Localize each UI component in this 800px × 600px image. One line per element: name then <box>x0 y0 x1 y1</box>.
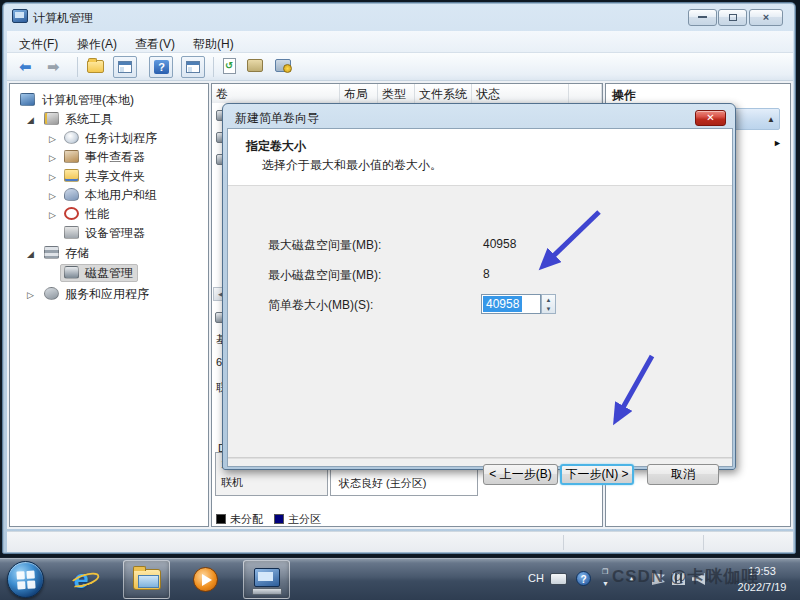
system-tools-icon <box>44 112 59 125</box>
taskbar-internet-explorer-button[interactable]: e <box>62 560 109 599</box>
selected-input-text: 40958 <box>483 296 522 312</box>
spin-up-icon[interactable]: ▲ <box>542 297 555 303</box>
computer-icon <box>20 93 35 106</box>
taskbar-explorer-button[interactable] <box>123 560 170 599</box>
language-indicator[interactable]: CH <box>528 572 544 584</box>
cdrom-status: 联机 <box>221 475 243 490</box>
folder-button[interactable] <box>87 60 104 73</box>
performance-icon <box>64 207 79 220</box>
menu-help[interactable]: 帮助(H) <box>187 34 240 55</box>
button-row-divider <box>228 458 732 459</box>
menu-file[interactable]: 文件(F) <box>13 34 64 55</box>
taskbar-media-player-button[interactable] <box>182 560 229 599</box>
unallocated-color-swatch <box>216 514 226 524</box>
dialog-heading: 指定卷大小 <box>246 138 306 155</box>
action-pane-toggle-button[interactable] <box>181 56 205 78</box>
spin-down-icon[interactable]: ▼ <box>542 306 555 312</box>
min-size-value: 8 <box>483 267 490 281</box>
column-status[interactable]: 状态 <box>472 84 569 103</box>
window-title: 计算机管理 <box>33 10 93 27</box>
collapsed-chevron-icon[interactable]: ▷ <box>49 206 56 224</box>
size-spinner: ▲ ▼ <box>541 294 556 314</box>
back-button[interactable]: < 上一步(B) <box>483 464 558 485</box>
tray-time: 19:53 <box>730 563 794 579</box>
collapsed-chevron-icon[interactable]: ▷ <box>49 187 56 205</box>
back-button[interactable]: ⬅ <box>19 58 32 76</box>
help-tray-icon[interactable]: ? <box>576 571 591 586</box>
collapsed-chevron-icon[interactable]: ▷ <box>27 286 34 304</box>
tray-date: 2022/7/19 <box>730 579 794 595</box>
storage-icon <box>44 246 59 259</box>
actions-pane-title: 操作 <box>612 87 636 104</box>
new-simple-volume-wizard-dialog: 新建简单卷向导 ✕ 指定卷大小 选择介于最大和最小值的卷大小。 最大磁盘空间量(… <box>222 103 736 470</box>
menubar: 文件(F) 操作(A) 查看(V) 帮助(H) <box>7 31 793 53</box>
collapsed-chevron-icon[interactable]: ▷ <box>49 130 56 148</box>
taskbar-computer-management-button[interactable] <box>243 560 290 599</box>
simple-volume-size-label: 简单卷大小(MB)(S): <box>268 297 373 314</box>
collapsed-chevron-icon[interactable]: ▷ <box>49 149 56 167</box>
collapse-icon[interactable]: ▲ <box>767 115 775 124</box>
properties-button[interactable] <box>247 59 263 72</box>
shared-folders-icon <box>64 169 79 182</box>
menu-action[interactable]: 操作(A) <box>71 34 123 55</box>
close-button[interactable]: × <box>749 9 783 26</box>
dialog-close-button[interactable]: ✕ <box>695 110 726 126</box>
volume-icon[interactable] <box>692 573 705 585</box>
toolbar: ⬅ ➡ ? <box>7 53 793 81</box>
column-filesystem[interactable]: 文件系统 <box>415 84 472 103</box>
cancel-button[interactable]: 取消 <box>647 464 719 485</box>
min-size-label: 最小磁盘空间量(MB): <box>268 267 381 284</box>
services-icon <box>44 287 59 300</box>
folder-icon <box>133 569 161 590</box>
titlebar[interactable]: 计算机管理 × <box>3 3 795 31</box>
computer-management-icon <box>12 9 28 23</box>
disk-management-icon <box>64 266 79 279</box>
event-viewer-icon <box>64 150 79 163</box>
device-manager-icon <box>64 226 79 239</box>
chevron-down-icon[interactable]: ▼ <box>602 580 609 587</box>
partition-legend: 未分配 主分区 <box>216 512 321 528</box>
console-tree-toggle-button[interactable] <box>113 56 137 78</box>
snap-in-button[interactable] <box>275 59 291 72</box>
column-blank <box>569 84 602 103</box>
column-volume[interactable]: 卷 <box>212 84 340 103</box>
simple-volume-size-input[interactable]: 40958 <box>481 294 541 314</box>
minimize-button[interactable] <box>688 9 717 26</box>
forward-button[interactable]: ➡ <box>47 58 60 76</box>
column-layout[interactable]: 布局 <box>340 84 378 103</box>
users-icon <box>64 188 79 201</box>
media-player-icon <box>193 567 218 592</box>
column-type[interactable]: 类型 <box>378 84 415 103</box>
collapsed-chevron-icon[interactable]: ▷ <box>49 168 56 186</box>
dialog-title: 新建简单卷向导 <box>235 110 319 127</box>
legend-primary-label: 主分区 <box>288 513 321 525</box>
mini-window-icon[interactable]: ❐ <box>602 568 608 576</box>
refresh-button[interactable] <box>223 58 236 74</box>
primary-partition-color-swatch <box>274 514 284 524</box>
computer-icon <box>254 568 280 587</box>
task-scheduler-icon <box>64 131 79 144</box>
start-button[interactable] <box>7 561 44 598</box>
help-button[interactable]: ? <box>149 56 173 78</box>
console-tree-pane: 计算机管理(本地) ◢ 系统工具 ▷ 任务计划程序 ▷ 事件查看器 ▷ 共享文件… <box>9 83 209 527</box>
next-button[interactable]: 下一步(N) > <box>560 464 634 485</box>
restore-button[interactable] <box>718 9 747 26</box>
max-size-value: 40958 <box>483 237 516 251</box>
action-center-flag-icon[interactable] <box>652 573 665 585</box>
legend-unallocated-label: 未分配 <box>230 513 263 525</box>
taskbar-clock[interactable]: 19:53 2022/7/19 <box>730 563 794 595</box>
keyboard-layout-icon[interactable] <box>550 573 567 585</box>
statusbar <box>7 531 793 552</box>
dialog-header-band: 指定卷大小 选择介于最大和最小值的卷大小。 <box>228 129 732 186</box>
more-actions-arrow-icon[interactable]: ► <box>773 138 782 148</box>
network-icon[interactable] <box>672 573 685 585</box>
windows-flag-icon <box>16 570 35 589</box>
taskbar: e CH ? ❐ ▼ ▲ 19:53 2022/7/19 <box>0 557 800 600</box>
menu-view[interactable]: 查看(V) <box>129 34 181 55</box>
max-size-label: 最大磁盘空间量(MB): <box>268 237 381 254</box>
system-tray: CH ? ❐ ▼ ▲ 19:53 2022/7/19 <box>520 558 800 600</box>
dialog-body: 指定卷大小 选择介于最大和最小值的卷大小。 最大磁盘空间量(MB): 40958… <box>227 128 733 467</box>
show-hidden-icons-button[interactable]: ▲ <box>628 575 635 582</box>
expanded-chevron-icon[interactable]: ◢ <box>27 245 34 263</box>
expanded-chevron-icon[interactable]: ◢ <box>27 111 34 129</box>
